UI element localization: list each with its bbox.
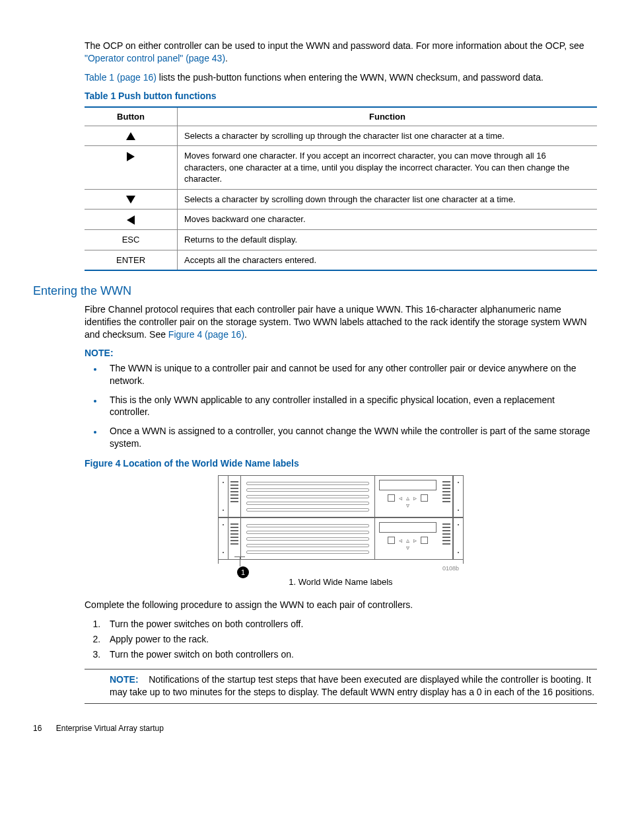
- figure4-link[interactable]: Figure 4 (page 16): [168, 329, 244, 340]
- page-number: 16: [33, 724, 42, 733]
- text: lists the push-button functions when ent…: [157, 72, 543, 83]
- push-button-table: Button Function Selects a character by s…: [85, 106, 597, 271]
- text: .: [244, 329, 247, 340]
- list-item: Turn the power switch on both controller…: [103, 648, 597, 661]
- procedure-intro: Complete the following procedure to assi…: [85, 599, 597, 611]
- list-item: Turn the power switches on both controll…: [103, 618, 597, 630]
- table1-link[interactable]: Table 1 (page 16): [85, 72, 157, 83]
- function-cell: Selects a character by scrolling down th…: [178, 189, 598, 210]
- ocp-link[interactable]: "Operator control panel" (page 43): [85, 53, 225, 63]
- divider: [85, 669, 597, 669]
- table-row: ENTER Accepts all the characters entered…: [85, 250, 597, 270]
- button-cell: [85, 189, 178, 210]
- table-row: Moves backward one character.: [85, 210, 597, 230]
- figure-id-label: 0108b: [442, 565, 459, 572]
- figure4-title: Figure 4 Location of the World Wide Name…: [85, 458, 597, 469]
- note-block: NOTE: Notifications of the startup test …: [110, 673, 597, 699]
- svg-marker-1: [127, 152, 135, 161]
- note-list: The WWN is unique to a controller pair a…: [85, 362, 597, 450]
- list-item: The WWN is unique to a controller pair a…: [103, 362, 597, 387]
- wwn-label-icon: [228, 476, 241, 517]
- triangle-right-icon: [127, 152, 135, 161]
- table-row: ESC Returns to the default display.: [85, 229, 597, 250]
- list-item: This is the only WWN applicable to any c…: [103, 394, 597, 419]
- page-footer: 16 Enterprise Virtual Array startup: [33, 724, 597, 733]
- button-cell: [85, 126, 178, 146]
- callout-number: 1: [237, 566, 249, 578]
- button-cell: [85, 146, 178, 190]
- procedure-steps: Turn the power switches on both controll…: [85, 618, 597, 661]
- table1-title: Table 1 Push button functions: [85, 91, 597, 101]
- th-button: Button: [85, 107, 178, 126]
- note-heading: NOTE:: [85, 348, 597, 358]
- function-cell: Moves forward one character. If you acce…: [178, 146, 598, 190]
- function-cell: Returns to the default display.: [178, 229, 598, 250]
- button-cell: ESC: [85, 229, 178, 250]
- triangle-up-icon: [126, 132, 135, 140]
- triangle-down-icon: [126, 196, 135, 204]
- table-row: Moves forward one character. If you acce…: [85, 146, 597, 190]
- figure4-caption: 1. World Wide Name labels: [85, 577, 597, 587]
- divider: [85, 703, 597, 704]
- function-cell: Moves backward one character.: [178, 210, 598, 230]
- intro-para-2: Table 1 (page 16) lists the push-button …: [85, 71, 597, 84]
- list-item: Apply power to the rack.: [103, 633, 597, 646]
- th-function: Function: [178, 107, 598, 126]
- svg-marker-3: [127, 215, 135, 225]
- footer-title: Enterprise Virtual Array startup: [56, 724, 164, 733]
- svg-marker-2: [126, 196, 135, 204]
- table-row: Selects a character by scrolling down th…: [85, 189, 597, 210]
- button-cell: [85, 210, 178, 230]
- list-item: Once a WWN is assigned to a controller, …: [103, 425, 597, 450]
- text: .: [225, 53, 228, 63]
- note-label: NOTE:: [110, 674, 139, 685]
- intro-para-1: The OCP on either controller can be used…: [85, 40, 597, 65]
- section-para-1: Fibre Channel protocol requires that eac…: [85, 303, 597, 341]
- table-row: Selects a character by scrolling up thro…: [85, 126, 597, 146]
- wwn-label-icon: [228, 518, 241, 559]
- note-text: Notifications of the startup test steps …: [110, 674, 594, 697]
- button-cell: ENTER: [85, 250, 178, 270]
- figure4-illustration: 1 0108b: [85, 475, 597, 564]
- text: The OCP on either controller can be used…: [85, 40, 584, 51]
- svg-marker-0: [126, 132, 135, 140]
- triangle-left-icon: [127, 215, 135, 225]
- text: Fibre Channel protocol requires that eac…: [85, 304, 587, 340]
- section-heading: Entering the WWN: [33, 284, 597, 298]
- function-cell: Selects a character by scrolling up thro…: [178, 126, 598, 146]
- function-cell: Accepts all the characters entered.: [178, 250, 598, 270]
